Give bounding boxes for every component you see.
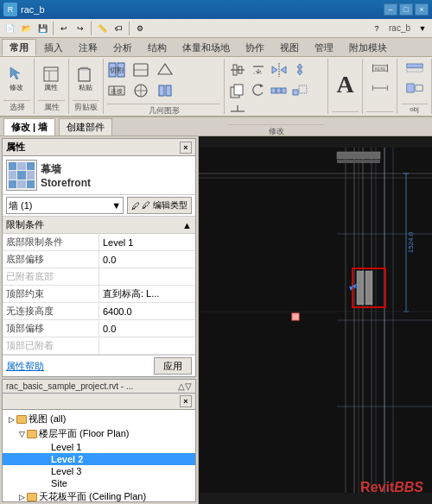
pb-item-site[interactable]: Site [3,477,195,489]
context-tab-modify-wall[interactable]: 修改 | 墙 [3,118,55,135]
properties-close-button[interactable]: × [180,142,192,154]
prop-value-3[interactable]: 直到标高: L... [99,286,196,303]
tab-structure[interactable]: 结构 [140,39,175,56]
open-button[interactable]: 📂 [18,21,34,36]
modify-tool[interactable]: 修改 [3,66,29,91]
move-tool[interactable] [290,60,309,79]
new-button[interactable]: 📄 [2,21,17,36]
obj-tool-1[interactable] [405,59,424,78]
dims-label [366,111,393,114]
measure-button[interactable]: 📏 [94,21,110,36]
scale-tool[interactable] [290,81,309,100]
modify-tools [228,59,324,123]
geometry-tool-1[interactable] [131,60,150,79]
tab-view[interactable]: 视图 [272,39,307,56]
icon-cell-2 [17,162,25,170]
rotate-tool[interactable] [249,81,268,100]
left-panel: 属性 × 幕墙 Storefront [0,136,199,504]
tab-annotate[interactable]: 注释 [71,39,105,56]
svg-rect-44 [415,85,422,91]
type-info: 幕墙 Storefront [41,162,192,189]
tab-common[interactable]: 常用 [2,39,36,56]
context-tab-create-part[interactable]: 创建部件 [59,118,112,135]
prop-label-0: 底部限制条件 [3,234,99,251]
prop-value-0[interactable]: Level 1 [99,234,196,251]
prop-value-4[interactable]: 6400.0 [99,303,196,320]
pb-toggle-0[interactable]: ▷ [6,415,16,424]
prop-value-5[interactable]: 0.0 [99,320,196,337]
cut-tool[interactable]: 切割 [107,60,126,79]
tab-analyze[interactable]: 分析 [105,39,140,56]
pb-item-level3[interactable]: Level 3 [3,465,195,477]
maximize-button[interactable]: □ [399,3,413,16]
pb-item-level1[interactable]: Level 1 [3,441,195,453]
svg-rect-4 [79,69,90,81]
toolbar-dropdown[interactable]: ▼ [415,21,430,36]
instance-selector-row: 墙 (1) ▼ 🖊 🖊 编辑类型 [3,195,195,217]
help-button[interactable]: ? [369,21,384,36]
pb-toggle-6[interactable]: ▷ [16,493,27,501]
canvas-area[interactable]: 1524.0 RevitBBS [199,136,432,504]
apply-button[interactable]: 应用 [154,357,192,375]
align-tool[interactable] [228,60,247,79]
type-section: 幕墙 Storefront [3,156,195,195]
pb-item-views[interactable]: ▷ 视图 (all) [3,412,195,426]
join-tool[interactable]: 连接 [107,81,126,100]
collapse-icon[interactable]: ▲ [182,220,192,230]
tag-button[interactable]: 🏷 [111,21,126,36]
svg-rect-5 [80,69,88,71]
tab-massing[interactable]: 体量和场地 [175,39,238,56]
svg-rect-31 [299,85,307,93]
close-button[interactable]: × [415,3,429,16]
project-filename-bar: rac_basic_sample_project.rvt - ... △▽ [3,380,195,394]
pb-item-floor-plan[interactable]: ▽ 楼层平面 (Floor Plan) [3,426,195,441]
prop-value-6 [99,337,196,355]
dim-tool-1[interactable]: EQ EQ [371,59,390,78]
trim-tool[interactable] [228,102,247,121]
geometry-tool-4[interactable] [156,81,175,100]
dim-tool-2[interactable] [371,79,390,98]
geometry-tool-2[interactable] [131,81,150,100]
edit-type-label: 🖊 编辑类型 [142,199,187,211]
geometry-tool-3[interactable] [156,60,175,79]
pb-folder-icon-6 [27,493,37,501]
properties-tool[interactable]: 属性 [38,66,64,91]
array-tool[interactable] [270,81,289,100]
prop-label-3: 顶部约束 [3,286,99,303]
properties-help-link[interactable]: 属性帮助 [6,360,44,373]
copy-tool[interactable] [228,81,247,100]
tab-manage[interactable]: 管理 [307,39,341,56]
mirror-tool[interactable] [270,60,289,79]
tab-insert[interactable]: 插入 [36,39,71,56]
tab-addins[interactable]: 附加模块 [341,39,395,56]
dims-tools: EQ EQ [366,59,393,110]
obj-tool-2[interactable] [405,79,424,98]
text-tool[interactable]: A [332,72,359,98]
svg-rect-64 [365,271,372,305]
prop-row-2: 已附着底部 [3,268,195,286]
prop-row-6: 顶部已附着 [3,337,195,355]
undo-button[interactable]: ↩ [56,21,72,36]
settings-button[interactable]: ⚙ [132,21,148,36]
title-bar-controls[interactable]: – □ × [384,3,429,16]
pb-item-ceiling-plan[interactable]: ▷ 天花板平面 (Ceiling Plan) [3,489,195,501]
minimize-button[interactable]: – [384,3,397,16]
prop-row-4: 无连接高度 6400.0 [3,303,195,320]
edit-type-button[interactable]: 🖊 🖊 编辑类型 [127,197,192,214]
pb-item-level2[interactable]: Level 2 [3,453,195,465]
offset-tool[interactable] [249,60,268,79]
tab-collaborate[interactable]: 协作 [238,39,272,56]
pb-close-button[interactable]: × [180,395,192,407]
project-browser-content[interactable]: ▷ 视图 (all) ▽ 楼层平面 (Floor Plan) Level 1 [3,410,195,501]
save-button[interactable]: 💾 [35,21,50,36]
paste-tool[interactable]: 粘贴 [73,66,98,91]
svg-rect-28 [276,88,281,93]
properties-label: 属性 [44,83,58,92]
pb-toggle-1[interactable]: ▽ [16,430,27,438]
watermark: RevitBBS [360,480,423,495]
svg-rect-26 [234,85,243,95]
instance-dropdown[interactable]: 墙 (1) ▼ [6,197,124,214]
redo-button[interactable]: ↪ [73,21,88,36]
pb-expand-icon: △▽ [178,381,192,391]
prop-value-1[interactable]: 0.0 [99,251,196,268]
